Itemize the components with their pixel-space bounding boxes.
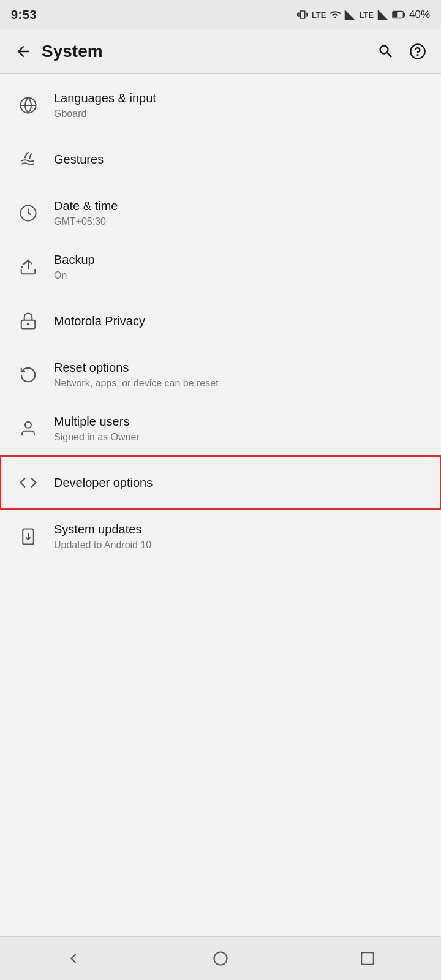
lte2-icon: LTE <box>359 10 374 20</box>
user-icon <box>12 420 44 438</box>
code-icon <box>12 473 44 492</box>
languages-subtitle: Gboard <box>54 108 429 121</box>
lock-icon <box>12 312 44 330</box>
settings-item-languages[interactable]: Languages & input Gboard <box>0 78 441 132</box>
gesture-icon <box>12 150 44 168</box>
signal-icon <box>344 9 355 20</box>
privacy-text: Motorola Privacy <box>54 313 429 329</box>
svg-rect-2 <box>393 12 397 17</box>
header-actions <box>372 38 431 65</box>
languages-title: Languages & input <box>54 90 429 106</box>
battery-icon <box>392 9 405 20</box>
settings-item-updates[interactable]: System updates Updated to Android 10 <box>0 510 441 564</box>
languages-text: Languages & input Gboard <box>54 90 429 121</box>
updates-text: System updates Updated to Android 10 <box>54 521 429 552</box>
datetime-title: Date & time <box>54 198 429 214</box>
developer-text: Developer options <box>54 475 429 491</box>
nav-back-button[interactable] <box>55 940 92 977</box>
backup-subtitle: On <box>54 270 429 282</box>
settings-item-reset[interactable]: Reset options Network, apps, or device c… <box>0 348 441 402</box>
update-icon <box>12 527 44 546</box>
developer-title: Developer options <box>54 475 429 491</box>
users-title: Multiple users <box>54 413 429 429</box>
nav-recent-button[interactable] <box>349 940 386 977</box>
reset-subtitle: Network, apps, or device can be reset <box>54 377 429 390</box>
settings-item-backup[interactable]: Backup On <box>0 240 441 294</box>
nav-home-button[interactable] <box>202 940 239 977</box>
datetime-subtitle: GMT+05:30 <box>54 216 429 228</box>
bottom-nav <box>0 936 441 980</box>
back-button[interactable] <box>10 38 37 65</box>
battery-percent: 40% <box>409 9 430 21</box>
gestures-text: Gestures <box>54 151 429 167</box>
updates-title: System updates <box>54 521 429 537</box>
status-bar: 9:53 LTE LTE 40% <box>0 0 441 29</box>
backup-text: Backup On <box>54 252 429 282</box>
svg-point-10 <box>25 422 31 428</box>
reset-title: Reset options <box>54 360 429 375</box>
svg-rect-1 <box>403 13 405 17</box>
settings-list: Languages & input Gboard Gestures Date &… <box>0 74 441 936</box>
settings-item-gestures[interactable]: Gestures <box>0 132 441 186</box>
page-header: System <box>0 29 441 74</box>
svg-point-4 <box>417 55 418 55</box>
globe-icon <box>12 96 44 115</box>
datetime-text: Date & time GMT+05:30 <box>54 198 429 228</box>
reset-text: Reset options Network, apps, or device c… <box>54 360 429 390</box>
svg-rect-13 <box>361 952 374 965</box>
search-button[interactable] <box>372 38 399 65</box>
updates-subtitle: Updated to Android 10 <box>54 539 429 552</box>
svg-point-12 <box>214 952 227 965</box>
gestures-title: Gestures <box>54 151 429 167</box>
settings-item-privacy[interactable]: Motorola Privacy <box>0 294 441 348</box>
svg-point-9 <box>28 323 29 325</box>
vibrate-icon <box>297 9 308 20</box>
users-text: Multiple users Signed in as Owner <box>54 413 429 444</box>
backup-icon <box>12 258 44 276</box>
help-button[interactable] <box>404 38 431 65</box>
settings-item-developer[interactable]: Developer options <box>0 456 441 510</box>
backup-title: Backup <box>54 252 429 268</box>
lte-icon: LTE <box>312 10 326 20</box>
privacy-title: Motorola Privacy <box>54 313 429 329</box>
wifi-icon <box>330 9 341 20</box>
status-time: 9:53 <box>11 8 37 22</box>
settings-item-users[interactable]: Multiple users Signed in as Owner <box>0 402 441 456</box>
page-title: System <box>42 42 372 61</box>
signal2-icon <box>377 9 388 20</box>
settings-item-datetime[interactable]: Date & time GMT+05:30 <box>0 186 441 240</box>
status-icons: LTE LTE 40% <box>297 9 430 21</box>
users-subtitle: Signed in as Owner <box>54 431 429 444</box>
clock-icon <box>12 204 44 222</box>
reset-icon <box>12 366 44 384</box>
